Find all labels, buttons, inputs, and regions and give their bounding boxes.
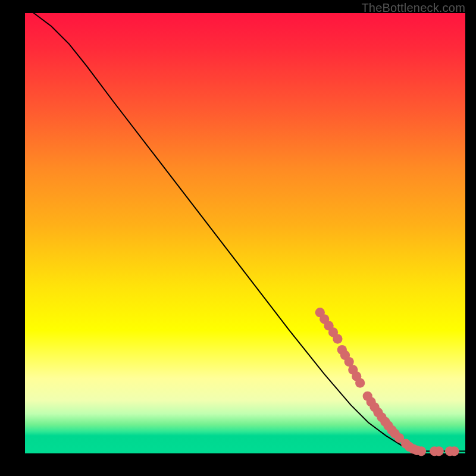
data-point-marker bbox=[434, 446, 443, 456]
data-point-marker bbox=[416, 446, 426, 456]
data-point-marker bbox=[449, 446, 459, 456]
bottleneck-curve bbox=[34, 13, 465, 451]
chart-frame: TheBottleneck.com bbox=[0, 0, 476, 476]
data-point-marker bbox=[333, 334, 342, 343]
marker-group bbox=[315, 308, 459, 456]
data-point-marker bbox=[355, 378, 365, 387]
curve-svg bbox=[25, 13, 465, 453]
plot-area bbox=[25, 13, 465, 453]
